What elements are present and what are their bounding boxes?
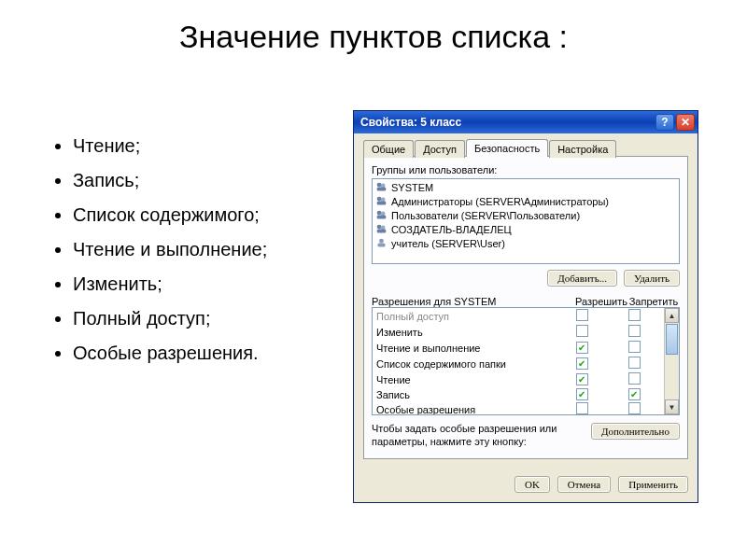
permission-name: Чтение xyxy=(376,374,556,385)
scroll-up-button[interactable]: ▲ xyxy=(665,308,679,323)
permissions-listbox: Полный доступИзменитьЧтение и выполнение… xyxy=(372,307,680,415)
titlebar[interactable]: Свойства: 5 класс ? ✕ xyxy=(354,111,698,133)
deny-checkbox[interactable] xyxy=(628,357,641,369)
group-icon xyxy=(375,195,388,207)
list-item[interactable]: Администраторы (SERVER\Администраторы) xyxy=(374,194,678,208)
user-icon xyxy=(375,237,388,249)
svg-rect-8 xyxy=(377,216,387,219)
titlebar-text: Свойства: 5 класс xyxy=(360,116,654,129)
properties-dialog: Свойства: 5 класс ? ✕ Общие Доступ Безоп… xyxy=(353,110,698,503)
add-button[interactable]: Добавить... xyxy=(547,270,617,287)
list-item[interactable]: SYSTEM xyxy=(374,180,678,194)
permission-row: Полный доступ xyxy=(373,308,664,324)
permission-row: Особые разрешения xyxy=(373,401,664,414)
svg-point-6 xyxy=(377,211,382,216)
permissions-header: Разрешения для SYSTEM Разрешить Запретит… xyxy=(372,296,680,307)
permission-row: Запись✔✔ xyxy=(373,387,664,401)
scroll-down-button[interactable]: ▼ xyxy=(665,399,679,414)
special-permissions-text: Чтобы задать особые разрешения или парам… xyxy=(372,423,582,449)
permission-row: Чтение✔ xyxy=(373,371,664,387)
allow-checkbox[interactable] xyxy=(576,402,588,414)
advanced-button[interactable]: Дополнительно xyxy=(591,423,680,440)
permission-name: Изменить xyxy=(376,327,556,338)
list-item[interactable]: СОЗДАТЕЛЬ-ВЛАДЕЛЕЦ xyxy=(374,222,678,236)
allow-checkbox[interactable]: ✔ xyxy=(576,357,588,370)
svg-point-9 xyxy=(377,225,382,230)
tab-general[interactable]: Общие xyxy=(363,140,414,158)
tab-security[interactable]: Безопасность xyxy=(466,139,548,157)
allow-checkbox[interactable]: ✔ xyxy=(576,388,588,400)
scroll-thumb[interactable] xyxy=(666,324,678,355)
close-button[interactable]: ✕ xyxy=(676,114,695,131)
permission-name: Полный доступ xyxy=(376,311,556,322)
deny-checkbox[interactable] xyxy=(628,309,641,321)
permission-row: Чтение и выполнение✔ xyxy=(373,340,664,356)
bullet-list: Чтение; Запись; Список содержимого; Чтен… xyxy=(35,122,267,377)
list-item: Запись; xyxy=(73,170,267,191)
apply-button[interactable]: Применить xyxy=(618,476,688,493)
list-item: Чтение; xyxy=(73,135,267,157)
list-item[interactable]: Пользователи (SERVER\Пользователи) xyxy=(374,208,678,222)
list-item[interactable]: учитель (SERVER\User) xyxy=(374,236,678,250)
list-item: Особые разрешения. xyxy=(73,343,267,364)
permission-name: Запись xyxy=(376,389,556,400)
permission-row: Изменить xyxy=(373,324,664,340)
allow-checkbox[interactable] xyxy=(576,309,588,321)
group-icon xyxy=(375,223,388,235)
permission-name: Особые разрешения xyxy=(376,404,556,415)
groups-label: Группы или пользователи: xyxy=(372,164,680,175)
tab-panel-security: Группы или пользователи: SYSTEM Админист… xyxy=(363,156,688,459)
remove-button[interactable]: Удалить xyxy=(624,270,680,287)
tab-sharing[interactable]: Доступ xyxy=(415,140,465,158)
group-icon xyxy=(375,209,388,221)
svg-point-12 xyxy=(379,239,384,244)
svg-rect-13 xyxy=(377,244,385,247)
help-button[interactable]: ? xyxy=(655,114,674,131)
group-icon xyxy=(375,181,388,193)
allow-checkbox[interactable]: ✔ xyxy=(576,373,588,385)
tab-customize[interactable]: Настройка xyxy=(549,140,616,158)
scrollbar[interactable]: ▲ ▼ xyxy=(664,308,679,414)
deny-checkbox[interactable]: ✔ xyxy=(628,388,641,400)
list-item: Изменить; xyxy=(73,273,267,295)
slide-title: Значение пунктов списка : xyxy=(0,0,747,64)
svg-point-3 xyxy=(377,197,382,202)
list-item: Полный доступ; xyxy=(73,308,267,329)
svg-rect-11 xyxy=(377,230,387,233)
list-item: Чтение и выполнение; xyxy=(73,239,267,260)
list-item: Список содержимого; xyxy=(73,204,267,226)
ok-button[interactable]: OK xyxy=(514,476,550,493)
permission-row: Список содержимого папки✔ xyxy=(373,356,664,371)
deny-checkbox[interactable] xyxy=(628,341,641,353)
svg-rect-2 xyxy=(377,188,387,191)
tab-strip: Общие Доступ Безопасность Настройка xyxy=(363,139,688,157)
users-listbox[interactable]: SYSTEM Администраторы (SERVER\Администра… xyxy=(372,178,680,264)
deny-checkbox[interactable] xyxy=(628,325,641,337)
permission-name: Список содержимого папки xyxy=(376,358,556,370)
allow-checkbox[interactable] xyxy=(576,325,588,337)
dialog-footer: OK Отмена Применить xyxy=(354,469,698,502)
svg-rect-5 xyxy=(377,202,387,205)
deny-checkbox[interactable] xyxy=(628,402,641,414)
svg-point-0 xyxy=(377,183,382,188)
deny-checkbox[interactable] xyxy=(628,372,641,385)
cancel-button[interactable]: Отмена xyxy=(557,476,611,493)
allow-checkbox[interactable]: ✔ xyxy=(576,342,588,354)
permission-name: Чтение и выполнение xyxy=(376,343,556,354)
